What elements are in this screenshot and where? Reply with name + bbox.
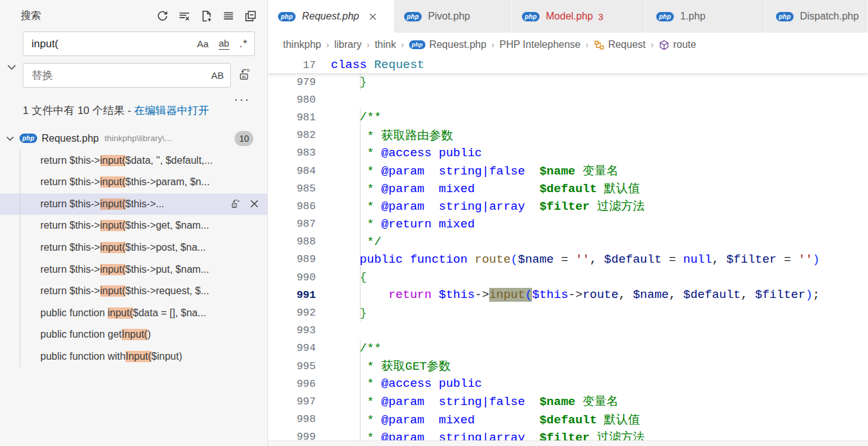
line-number[interactable]: 992: [268, 307, 316, 319]
line-number[interactable]: 980: [268, 94, 316, 106]
line-number[interactable]: 983: [268, 147, 316, 159]
search-result-row[interactable]: return $this->input($this->get, $nam...: [0, 215, 267, 237]
open-new-search-editor-icon[interactable]: [199, 9, 213, 23]
breadcrumb-item-thinkphp[interactable]: thinkphp: [283, 39, 321, 50]
code-line[interactable]: 995 * 获取GET参数: [268, 357, 868, 375]
code-line[interactable]: 986 * @param string|array $filter 过滤方法: [268, 197, 868, 215]
chevron-down-icon[interactable]: [5, 134, 15, 144]
code-line[interactable]: 992 }: [268, 304, 868, 321]
toggle-replace-chevron-icon[interactable]: [4, 61, 18, 75]
result-file-row[interactable]: php Request.php thinkphp\library\... 10: [0, 127, 267, 149]
line-number[interactable]: 986: [268, 200, 316, 212]
line-number[interactable]: 981: [268, 112, 316, 123]
search-result-row[interactable]: return $this->input($this->post, $na...: [0, 237, 267, 259]
code-line[interactable]: 983 * @access public: [268, 144, 868, 162]
indent-guide: [360, 411, 361, 428]
view-as-list-icon[interactable]: [221, 9, 235, 23]
line-number[interactable]: 995: [268, 360, 316, 372]
line-number[interactable]: 991: [268, 289, 316, 301]
line-number[interactable]: 994: [268, 342, 316, 354]
code-line[interactable]: 985 * @param mixed $default 默认值: [268, 180, 868, 197]
code-editor[interactable]: 17 class Request 979 }980981 /**982 * 获取…: [268, 57, 868, 446]
regex-icon[interactable]: .*: [240, 38, 248, 50]
code-line[interactable]: 984 * @param string|false $name 变量名: [268, 162, 868, 180]
line-number[interactable]: 984: [268, 165, 316, 177]
search-result-row[interactable]: public function withInput($input): [0, 346, 267, 368]
refresh-icon[interactable]: [155, 9, 169, 23]
code-line[interactable]: 988 */: [268, 233, 868, 251]
indent-guide: [360, 73, 361, 91]
search-result-row[interactable]: return $this->input($this->request, $...: [0, 280, 267, 302]
code-text: * @param string|array $filter 过滤方法: [316, 198, 645, 214]
collapse-all-icon[interactable]: [243, 9, 257, 23]
tree-indent-guide: [20, 149, 20, 367]
breadcrumb-item-request[interactable]: Request: [594, 39, 646, 50]
code-line[interactable]: 987 * @return mixed: [268, 215, 868, 233]
code-line[interactable]: 998 * @param mixed $default 默认值: [268, 411, 868, 428]
code-line[interactable]: 982 * 获取路由参数: [268, 127, 868, 144]
code-line[interactable]: 996 * @access public: [268, 375, 868, 392]
whole-word-icon[interactable]: ab: [219, 38, 229, 50]
line-number[interactable]: 988: [268, 236, 316, 248]
code-line[interactable]: 991 return $this->input($this->route, $n…: [268, 286, 868, 304]
code-line[interactable]: 981 /**: [268, 108, 868, 126]
code-line[interactable]: 980: [268, 91, 868, 108]
code-text: * @param string|false $name 变量名: [316, 163, 618, 179]
tab-pivot-php[interactable]: phpPivot.php: [394, 0, 512, 33]
code-text: * @access public: [316, 146, 482, 160]
indent-guide: [360, 251, 361, 268]
dismiss-match-icon[interactable]: [249, 198, 260, 209]
toggle-search-details-icon[interactable]: ···: [234, 96, 250, 102]
search-result-row[interactable]: public function input($data = [], $na...: [0, 302, 267, 324]
breadcrumb-label: library: [334, 39, 362, 50]
line-number[interactable]: 990: [268, 272, 316, 283]
search-input[interactable]: input( Aa ab .*: [23, 31, 255, 56]
breadcrumb-item-request-php[interactable]: phpRequest.php: [409, 39, 487, 50]
tab-model-php[interactable]: phpModel.php3: [512, 0, 646, 33]
sticky-scroll-header[interactable]: 17 class Request: [268, 57, 868, 73]
line-number[interactable]: 982: [268, 129, 316, 141]
svg-text:ac: ac: [241, 74, 246, 79]
replace-input[interactable]: 替换 AB: [23, 63, 231, 88]
tab-dispatch-php[interactable]: phpDispatch.php: [766, 0, 868, 33]
indent-guide: [360, 180, 361, 197]
line-number[interactable]: 987: [268, 218, 316, 230]
line-number[interactable]: 998: [268, 413, 316, 425]
result-file-path: thinkphp\library\...: [105, 134, 231, 143]
breadcrumb-item-think[interactable]: think: [374, 39, 396, 50]
search-result-row[interactable]: return $this->input($this->... bc: [0, 193, 267, 215]
line-number[interactable]: 993: [268, 324, 316, 336]
code-line[interactable]: 993: [268, 322, 868, 340]
result-text-prefix: return $this->: [40, 176, 100, 188]
search-result-row[interactable]: return $this->input($data, '', $default,…: [0, 149, 267, 171]
code-line[interactable]: 979 }: [268, 73, 868, 91]
search-results-summary: 1 文件中有 10 个结果 - 在编辑器中打开: [23, 103, 245, 119]
breadcrumb-item-route[interactable]: route: [659, 39, 696, 50]
close-tab-icon[interactable]: [368, 12, 378, 21]
open-in-editor-link[interactable]: 在编辑器中打开: [134, 105, 209, 117]
indent-guide: [360, 127, 361, 144]
search-result-row[interactable]: public function getInput(): [0, 324, 267, 346]
replace-all-icon[interactable]: b ac: [238, 67, 252, 83]
tab-1-php[interactable]: php1.php: [646, 0, 766, 33]
clear-search-results-icon[interactable]: [177, 9, 191, 23]
breadcrumb-item-library[interactable]: library: [334, 39, 362, 50]
search-result-row[interactable]: return $this->input($this->param, $n...: [0, 171, 267, 193]
search-result-row[interactable]: return $this->input($this->put, $nam...: [0, 258, 267, 280]
code-line[interactable]: 994 /**: [268, 340, 868, 357]
line-number[interactable]: 985: [268, 183, 316, 195]
preserve-case-icon[interactable]: AB: [211, 70, 224, 81]
match-case-icon[interactable]: Aa: [197, 38, 209, 49]
horizontal-scrollbar[interactable]: [268, 440, 868, 446]
breadcrumb-item-php-intelephense[interactable]: PHP Intelephense: [499, 39, 581, 50]
line-number[interactable]: 979: [268, 76, 316, 88]
line-number[interactable]: 989: [268, 253, 316, 265]
tab-request-php[interactable]: phpRequest.php: [268, 0, 394, 33]
result-text-prefix: return $this->: [40, 264, 100, 275]
code-line[interactable]: 989 public function route($name = '', $d…: [268, 251, 868, 268]
code-line[interactable]: 990 {: [268, 268, 868, 286]
line-number[interactable]: 996: [268, 378, 316, 390]
replace-match-icon[interactable]: bc: [231, 198, 241, 209]
line-number[interactable]: 997: [268, 396, 316, 408]
code-line[interactable]: 997 * @param string|false $name 变量名: [268, 392, 868, 410]
